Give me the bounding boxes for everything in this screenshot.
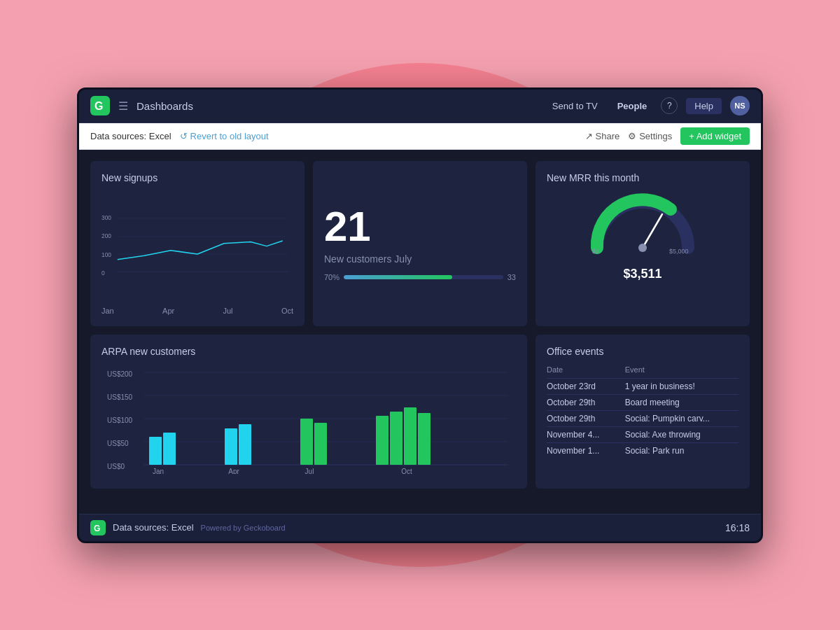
footer-logo: G — [90, 520, 106, 536]
line-chart-svg: 0 100 200 300 — [102, 192, 293, 290]
svg-text:Apr: Apr — [228, 468, 239, 474]
svg-text:US$50: US$50 — [107, 440, 129, 447]
footer-time: 16:18 — [725, 522, 750, 533]
mrr-gauge: $0 $5,000 $3,511 — [547, 192, 738, 284]
svg-text:G: G — [94, 524, 100, 533]
svg-rect-25 — [163, 433, 176, 465]
events-col-event: Event — [625, 365, 738, 379]
svg-text:$0: $0 — [592, 248, 599, 255]
svg-text:200: 200 — [102, 232, 111, 239]
customers-label: New customers July — [324, 253, 516, 265]
new-mrr-widget: New MRR this month $0 $5,000 — [536, 161, 750, 326]
hamburger-icon[interactable]: ☰ — [118, 99, 128, 113]
svg-text:0: 0 — [102, 270, 105, 276]
svg-line-10 — [643, 214, 662, 248]
svg-rect-28 — [300, 419, 313, 465]
svg-rect-32 — [404, 407, 416, 465]
svg-text:100: 100 — [102, 251, 111, 258]
footer-datasource: Data sources: Excel — [113, 522, 194, 533]
event-name: Social: Park run — [625, 442, 738, 458]
new-signups-widget: New signups 0 100 200 300 — [90, 161, 304, 326]
datasource-label: Data sources: Excel — [90, 131, 172, 141]
signups-x-labels: Jan Apr Jul Oct — [102, 307, 293, 315]
event-date: November 4... — [547, 426, 625, 442]
event-date: October 29th — [547, 410, 625, 426]
new-customers-widget: 21 New customers July 70% 33 — [313, 161, 527, 326]
table-row: November 1...Social: Park run — [547, 442, 738, 458]
share-button[interactable]: ↗ Share — [585, 131, 620, 141]
help-label-button[interactable]: Help — [686, 98, 722, 114]
events-col-date: Date — [547, 365, 625, 379]
mrr-value: $3,511 — [623, 258, 662, 284]
progress-bar-track — [344, 275, 503, 279]
event-name: Board meeting — [625, 394, 738, 410]
event-name: Social: Pumpkin carv... — [625, 410, 738, 426]
svg-text:US$100: US$100 — [107, 416, 133, 424]
x-label-apr: Apr — [162, 307, 174, 315]
svg-text:US$200: US$200 — [107, 370, 133, 378]
table-row: October 29thSocial: Pumpkin carv... — [547, 410, 738, 426]
signups-chart: 0 100 200 300 — [102, 192, 293, 304]
event-date: November 1... — [547, 442, 625, 458]
svg-rect-30 — [376, 416, 388, 465]
svg-point-11 — [638, 244, 647, 252]
progress-start-label: 70% — [324, 273, 340, 281]
event-date: October 29th — [547, 394, 625, 410]
svg-rect-27 — [239, 424, 251, 465]
table-row: October 23rd1 year in business! — [547, 378, 738, 394]
office-events-widget: Office events Date Event October 23rd1 y… — [536, 335, 750, 489]
mrr-title: New MRR this month — [547, 172, 738, 183]
app-window: G ☰ Dashboards Send to TV People ? Help … — [77, 88, 763, 543]
people-button[interactable]: People — [612, 98, 653, 114]
signups-title: New signups — [102, 172, 293, 183]
footer-powered: Powered by Geckoboard — [201, 524, 286, 532]
events-table: Date Event October 23rd1 year in busines… — [547, 365, 738, 458]
event-date: October 23rd — [547, 378, 625, 394]
add-widget-button[interactable]: + Add widget — [680, 127, 750, 145]
user-avatar[interactable]: NS — [730, 96, 750, 115]
svg-rect-24 — [149, 437, 162, 465]
toolbar: Data sources: Excel ↺ Revert to old layo… — [79, 123, 761, 150]
table-row: October 29thBoard meeting — [547, 394, 738, 410]
dashboard-grid: New signups 0 100 200 300 — [90, 161, 750, 489]
mrr-currency: $ — [623, 267, 630, 281]
event-name: Social: Axe throwing — [625, 426, 738, 442]
revert-icon: ↺ — [180, 131, 188, 141]
progress-bar-fill — [344, 275, 452, 279]
arpa-chart-svg: US$0 US$50 US$100 US$150 US$200 — [102, 365, 516, 474]
arpa-widget: ARPA new customers US$0 US$50 US$100 US$… — [90, 335, 527, 489]
events-title: Office events — [547, 346, 738, 357]
customers-progress: 70% 33 — [324, 273, 516, 281]
svg-text:Jul: Jul — [305, 468, 314, 474]
dashboard-area: New signups 0 100 200 300 — [79, 150, 761, 514]
x-label-jan: Jan — [102, 307, 114, 315]
svg-text:Oct: Oct — [401, 468, 412, 474]
x-label-jul: Jul — [223, 307, 233, 315]
arpa-title: ARPA new customers — [102, 346, 516, 357]
svg-rect-26 — [225, 428, 237, 465]
share-icon: ↗ — [585, 131, 593, 141]
svg-text:$5,000: $5,000 — [669, 248, 689, 255]
help-question-button[interactable]: ? — [661, 97, 678, 114]
svg-text:US$150: US$150 — [107, 393, 133, 401]
settings-icon: ⚙ — [628, 131, 636, 141]
nav-title: Dashboards — [136, 100, 193, 112]
table-row: November 4...Social: Axe throwing — [547, 426, 738, 442]
nav-bar: G ☰ Dashboards Send to TV People ? Help … — [79, 90, 761, 123]
geckoboard-logo: G — [90, 96, 110, 115]
svg-text:Jan: Jan — [153, 468, 164, 474]
revert-layout-button[interactable]: ↺ Revert to old layout — [180, 131, 269, 141]
x-label-oct: Oct — [281, 307, 293, 315]
svg-rect-31 — [390, 412, 402, 465]
event-name: 1 year in business! — [625, 378, 738, 394]
footer: G Data sources: Excel Powered by Geckobo… — [79, 514, 761, 541]
gauge-svg: $0 $5,000 — [587, 192, 699, 255]
svg-rect-33 — [418, 413, 430, 465]
customers-number: 21 — [324, 206, 516, 248]
svg-rect-29 — [314, 423, 327, 465]
send-to-tv-button[interactable]: Send to TV — [547, 98, 603, 114]
arpa-chart-container: US$0 US$50 US$100 US$150 US$200 — [102, 365, 516, 477]
svg-text:G: G — [94, 100, 103, 112]
settings-button[interactable]: ⚙ Settings — [628, 131, 672, 141]
progress-end-label: 33 — [507, 273, 516, 281]
